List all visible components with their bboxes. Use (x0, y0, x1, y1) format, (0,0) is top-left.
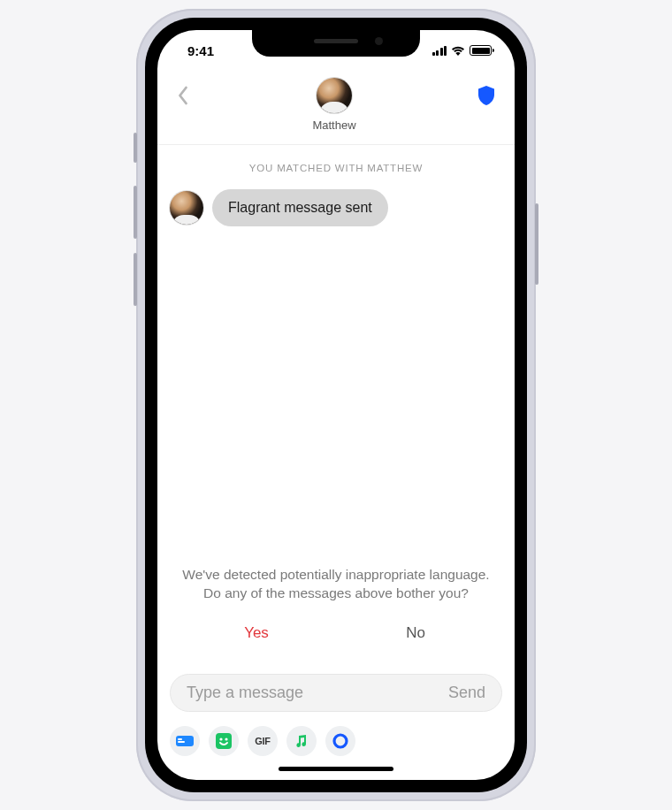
prompt-line: Do any of the messages above bother you? (177, 584, 495, 603)
message-input[interactable] (187, 684, 448, 702)
message-bubble: Flagrant message sent (212, 189, 388, 226)
prompt-line: We've detected potentially inappropriate… (177, 565, 495, 585)
message-row: Flagrant message sent (170, 189, 502, 226)
svg-rect-2 (178, 738, 182, 740)
gif-button[interactable]: GIF (248, 726, 278, 756)
back-button[interactable] (170, 83, 195, 108)
home-indicator[interactable] (279, 767, 393, 771)
contact-name: Matthew (312, 118, 355, 132)
avatar[interactable] (170, 191, 203, 225)
sticker-icon[interactable] (209, 726, 239, 756)
svg-rect-1 (178, 741, 185, 743)
battery-icon (470, 45, 492, 56)
music-icon[interactable] (286, 726, 317, 756)
avatar[interactable] (317, 78, 352, 113)
message-list: Flagrant message sent (157, 189, 515, 565)
svg-rect-3 (216, 733, 232, 749)
no-button[interactable]: No (336, 624, 495, 642)
svg-point-5 (225, 737, 227, 740)
circle-icon[interactable] (325, 726, 355, 756)
card-icon[interactable] (170, 726, 200, 756)
attachment-toolbar: GIF (157, 717, 515, 761)
wifi-icon (451, 45, 465, 56)
composer: Send (157, 658, 515, 717)
gif-label: GIF (255, 736, 270, 746)
cellular-signal-icon (432, 46, 447, 56)
status-time: 9:41 (187, 43, 214, 58)
yes-button[interactable]: Yes (177, 624, 336, 642)
svg-point-6 (334, 735, 347, 747)
moderation-prompt: We've detected potentially inappropriate… (157, 565, 515, 658)
chat-header: Matthew (157, 71, 515, 145)
match-banner: YOU MATCHED WITH MATTHEW (157, 145, 515, 189)
send-button[interactable]: Send (448, 684, 485, 702)
svg-point-4 (219, 737, 222, 740)
shield-icon[interactable] (474, 83, 499, 108)
